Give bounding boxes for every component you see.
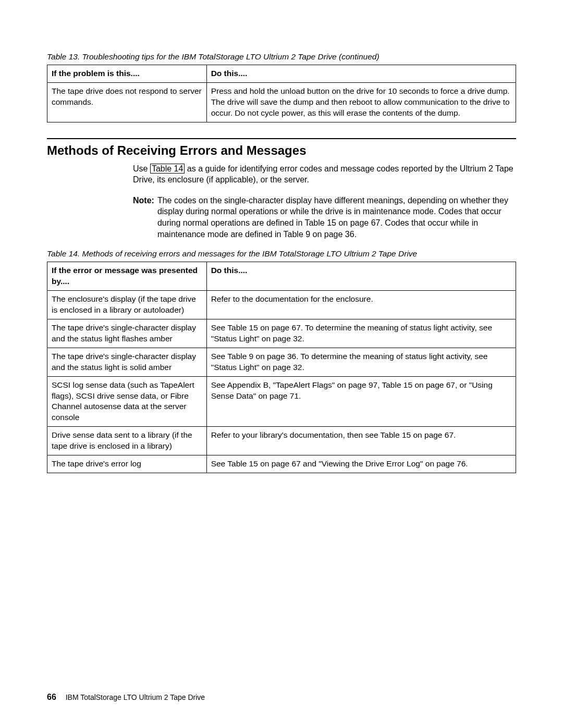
footer-title: IBM TotalStorage LTO Ultrium 2 Tape Driv… [66,693,205,701]
note-label: Note: [133,195,157,240]
table13-r0-c2: Press and hold the unload button on the … [206,82,516,122]
table13-r0-c1: The tape drive does not respond to serve… [47,82,207,122]
t14-r2-c1: The tape drive's single-character displa… [47,348,207,376]
table14: If the error or message was presented by… [47,262,516,473]
t14-r0-c1: The enclosure's display (if the tape dri… [47,291,207,319]
table-row: The tape drive does not respond to serve… [47,82,516,122]
table13-caption: Table 13. Troubleshooting tips for the I… [47,52,516,61]
table14-caption: Table 14. Methods of receiving errors an… [47,249,516,258]
t14-r3-c2: See Appendix B, "TapeAlert Flags" on pag… [206,376,516,427]
table-row: The tape drive's single-character displa… [47,319,516,348]
page-number: 66 [47,693,56,701]
t14-r5-c2: See Table 15 on page 67 and "Viewing the… [206,455,516,473]
table13: If the problem is this.... Do this.... T… [47,65,516,122]
table13-header-c1: If the problem is this.... [47,65,207,83]
t14-r4-c1: Drive sense data sent to a library (if t… [47,427,207,455]
t14-r1-c1: The tape drive's single-character displa… [47,319,207,348]
t14-r5-c1: The tape drive's error log [47,455,207,473]
t14-r1-c2: See Table 15 on page 67. To determine th… [206,319,516,348]
section-heading: Methods of Receiving Errors and Messages [47,143,516,158]
intro-paragraph: Use Table 14 as a guide for identifying … [133,163,516,186]
table-row: The tape drive's single-character displa… [47,348,516,376]
table13-header-c2: Do this.... [206,65,516,83]
table14-header-c1: If the error or message was presented by… [47,262,207,291]
t14-r0-c2: Refer to the documentation for the enclo… [206,291,516,319]
table-row: The enclosure's display (if the tape dri… [47,291,516,319]
note-block: Note: The codes on the single-character … [133,195,516,240]
page: Table 13. Troubleshooting tips for the I… [0,0,563,728]
t14-r2-c2: See Table 9 on page 36. To determine the… [206,348,516,376]
section-rule [47,138,516,139]
table14-link[interactable]: Table 14 [150,164,185,174]
note-body: The codes on the single-character displa… [157,195,516,240]
table14-header-c2: Do this.... [206,262,516,291]
table-row: The tape drive's error log See Table 15 … [47,455,516,473]
table-row: Drive sense data sent to a library (if t… [47,427,516,455]
t14-r4-c2: Refer to your library's documentation, t… [206,427,516,455]
table14-header-row: If the error or message was presented by… [47,262,516,291]
para-before-link: Use [133,164,150,173]
page-footer: 66 IBM TotalStorage LTO Ultrium 2 Tape D… [47,693,205,702]
table13-header-row: If the problem is this.... Do this.... [47,65,516,83]
para-after-link: as a guide for identifying error codes a… [133,164,513,184]
t14-r3-c1: SCSI log sense data (such as TapeAlert f… [47,376,207,427]
table-row: SCSI log sense data (such as TapeAlert f… [47,376,516,427]
